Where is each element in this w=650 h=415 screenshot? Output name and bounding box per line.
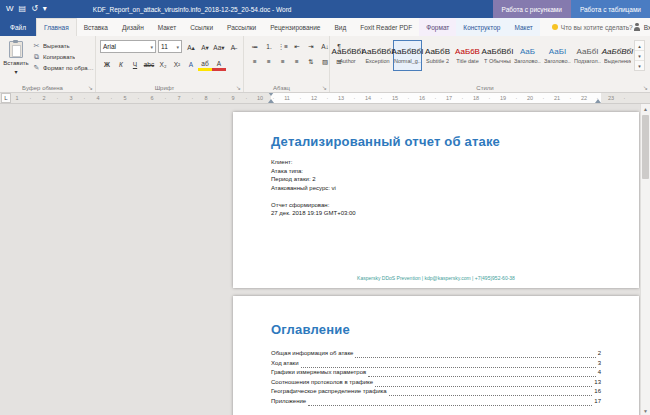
font-color-button[interactable]: А [212, 56, 226, 71]
style-heading-1[interactable]: АаБЗаголово... [513, 40, 542, 71]
align-right-button[interactable]: ≡ [276, 55, 290, 67]
toc-entry[interactable]: Географическое распределение трафика16 [271, 388, 601, 398]
sign-in-label: Вход [644, 24, 650, 31]
line-spacing-button[interactable]: ⇅ [304, 55, 318, 67]
font-family-combo[interactable]: Arial ▾ [100, 40, 156, 53]
style-t-normal[interactable]: АаБбВбIТ Обычный [483, 40, 512, 71]
tab-mailings[interactable]: Рассылки [220, 18, 263, 36]
paragraph-dialog-launcher[interactable]: ↘ [322, 85, 327, 91]
toc-label: Графики измеряемых параметров [271, 369, 366, 379]
word-logo-icon[interactable]: W [6, 0, 14, 18]
toc-entry[interactable]: Соотношения протоколов в трафике13 [271, 379, 601, 389]
toc-entry[interactable]: Общая информация об атаке2 [271, 350, 601, 360]
styles-dialog-launcher[interactable]: ↘ [643, 85, 648, 91]
tab-file[interactable]: Файл [0, 18, 36, 36]
document-page-1[interactable]: Детализированный отчет об атаке Клиент:А… [233, 112, 639, 288]
increase-indent-button[interactable]: ⇥ [304, 40, 318, 52]
ruler-dot: · [456, 95, 469, 101]
style-subtitle-2[interactable]: АаБбВSubtitle 2 [423, 40, 452, 71]
toc-leader [308, 398, 592, 406]
clipboard-dialog-launcher[interactable]: ↘ [88, 85, 93, 91]
shrink-font-button[interactable]: А▾ [198, 41, 212, 53]
scrollbar-thumb[interactable] [642, 115, 649, 179]
ruler-number: 4 [91, 95, 105, 101]
tab-design[interactable]: Дизайн [115, 18, 151, 36]
vertical-scrollbar[interactable]: ▲ ▼ [640, 104, 650, 415]
text-effects-button[interactable]: А [184, 58, 198, 70]
toc-entry[interactable]: Графики измеряемых параметров4 [271, 369, 601, 379]
text-highlight-button[interactable]: аб [198, 56, 212, 71]
subscript-button[interactable]: X₂ [156, 58, 170, 70]
sign-in-button[interactable]: Вход [633, 18, 650, 36]
quick-access-toolbar: W▤↺▾ [0, 0, 47, 18]
toc-entry[interactable]: Ход атаки3 [271, 360, 601, 370]
copy-button[interactable]: ⧉Копировать [32, 53, 95, 61]
tab-home[interactable]: Главная [36, 18, 77, 36]
style-name: Заголово... [544, 58, 571, 64]
style-normal-g[interactable]: АаБбВбINormal_g... [393, 40, 422, 71]
clear-formatting-button[interactable]: А̶ [226, 41, 240, 53]
tab-insert[interactable]: Вставка [77, 18, 115, 36]
tab-layout[interactable]: Макет [151, 18, 183, 36]
style-emphasis[interactable]: АаБбВбIВыделение [603, 40, 632, 71]
style-subtitle[interactable]: АаБбIПодзагол... [573, 40, 602, 71]
decrease-indent-button[interactable]: ⇤ [290, 40, 304, 52]
document-page-2[interactable]: Оглавление Общая информация об атаке2Ход… [233, 296, 639, 415]
tab-picture-format[interactable]: Формат [419, 18, 456, 36]
cut-icon: ✂ [32, 42, 41, 50]
paste-dropdown-arrow[interactable]: ▾ [14, 69, 17, 76]
style-exception[interactable]: АаБбВбIException [363, 40, 392, 71]
contextual-group-picture-tools[interactable]: Работа с рисунками [493, 0, 571, 18]
tab-foxit[interactable]: Foxit Reader PDF [353, 18, 419, 36]
italic-button[interactable]: К [114, 58, 128, 70]
justify-button[interactable]: ≡ [290, 55, 304, 67]
paste-button[interactable]: Вставить ▾ [0, 36, 32, 81]
strikethrough-button[interactable]: abc [142, 58, 156, 70]
right-indent-marker[interactable] [595, 99, 601, 103]
font-dialog-launcher[interactable]: ↘ [236, 85, 241, 91]
contextual-group-table-tools[interactable]: Работа с таблицами [571, 0, 650, 18]
tab-review[interactable]: Рецензирование [263, 18, 327, 36]
undo-icon[interactable]: ↺ [31, 0, 38, 18]
style-heading-2[interactable]: АаБIЗаголово... [543, 40, 572, 71]
format-painter-button[interactable]: ✎Формат по образцу [32, 64, 95, 72]
underline-button[interactable]: Ч [128, 58, 142, 70]
gallery-more-button[interactable]: ▾ [635, 61, 644, 70]
superscript-button[interactable]: X² [170, 58, 184, 70]
align-center-button[interactable]: ≡ [262, 55, 276, 67]
multilevel-list-button[interactable]: ⋮≡ [276, 40, 290, 52]
scroll-up-arrow[interactable]: ▲ [641, 104, 650, 113]
font-size-combo[interactable]: 11 ▾ [158, 40, 182, 53]
scroll-down-arrow[interactable]: ▼ [641, 406, 650, 415]
toc-label: Общая информация об атаке [271, 350, 353, 360]
tab-stop-selector[interactable]: L [1, 93, 11, 103]
tab-table-design[interactable]: Конструктор [456, 18, 507, 36]
gallery-up-button[interactable]: ▴ [635, 41, 644, 51]
ribbon-tabs: ФайлГлавнаяВставкаДизайнМакетСсылкиРассы… [0, 18, 540, 36]
toc-label: Ход атаки [271, 360, 299, 370]
tell-me-box[interactable]: Что вы хотите сделать? [540, 18, 633, 36]
hanging-indent-marker[interactable] [268, 99, 274, 103]
document-canvas: Детализированный отчет об атаке Клиент:А… [0, 104, 650, 415]
toc-entry[interactable]: Приложение17 [271, 398, 601, 408]
align-left-button[interactable]: ≡ [248, 55, 262, 67]
numbering-button[interactable]: 1. [262, 40, 276, 52]
save-icon[interactable]: ▤ [19, 0, 27, 18]
tab-view[interactable]: Вид [327, 18, 353, 36]
ruler-number: 10 [253, 95, 267, 101]
style-author[interactable]: АаБбВбIAuthor [333, 40, 362, 71]
cut-button[interactable]: ✂Вырезать [32, 42, 95, 50]
tab-table-layout[interactable]: Макет [507, 18, 539, 36]
tab-references[interactable]: Ссылки [183, 18, 220, 36]
style-name: Normal_g... [394, 58, 421, 64]
change-case-button[interactable]: Аа▾ [212, 41, 226, 53]
qat-menu-icon[interactable]: ▾ [43, 0, 47, 18]
horizontal-ruler[interactable]: 1·2·3·4·5·6·7·8·9·10·11·12·13·14·15·16·1… [0, 92, 650, 104]
ruler-dot: · [294, 95, 307, 101]
bullets-button[interactable]: ≔ [248, 40, 262, 52]
bold-button[interactable]: Ж [100, 58, 114, 70]
ruler-number: 14 [361, 95, 375, 101]
gallery-down-button[interactable]: ▾ [635, 51, 644, 61]
grow-font-button[interactable]: А▴ [184, 41, 198, 53]
style-title-date[interactable]: АаБ6ВTitle date [453, 40, 482, 71]
